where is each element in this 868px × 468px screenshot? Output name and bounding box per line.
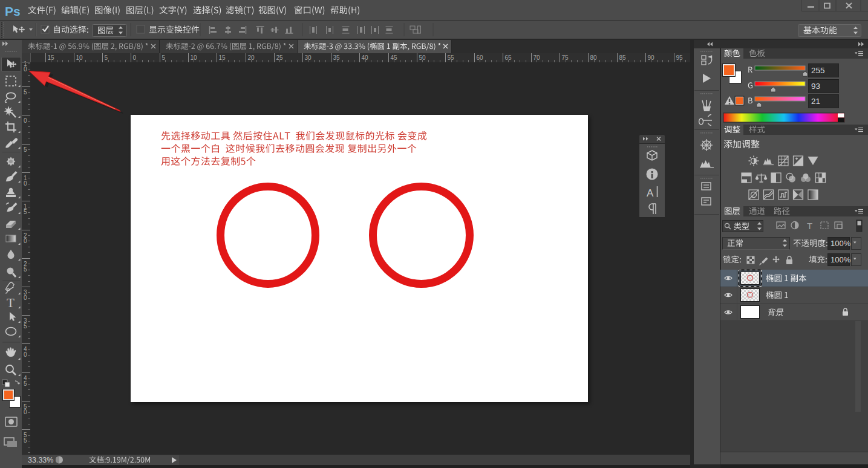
svg-text:5: 5	[24, 266, 27, 273]
svg-text:93: 93	[811, 82, 820, 91]
svg-text:0: 0	[24, 351, 27, 358]
svg-text:0: 0	[24, 117, 27, 124]
svg-text:55: 55	[448, 54, 455, 61]
svg-text:15: 15	[219, 54, 226, 61]
svg-text:Ps: Ps	[5, 4, 21, 18]
svg-text:75: 75	[562, 54, 569, 61]
svg-text:100%: 100%	[830, 255, 851, 264]
svg-text:5: 5	[162, 54, 166, 61]
svg-text:33.33%: 33.33%	[28, 456, 53, 464]
svg-text:35: 35	[333, 54, 341, 61]
svg-text:5: 5	[24, 89, 27, 96]
svg-text:0: 0	[133, 54, 137, 61]
svg-text:T: T	[7, 296, 15, 310]
svg-text:0: 0	[24, 294, 27, 301]
svg-text:0: 0	[24, 409, 27, 415]
svg-text:255: 255	[811, 66, 825, 75]
svg-text:95: 95	[676, 54, 684, 61]
svg-text:21: 21	[811, 97, 820, 106]
svg-text:A: A	[647, 187, 654, 199]
svg-text:0: 0	[24, 238, 27, 244]
svg-text:5: 5	[24, 437, 27, 444]
svg-text:100%: 100%	[830, 239, 851, 248]
svg-text:0: 0	[24, 66, 27, 73]
svg-text:5: 5	[24, 209, 27, 215]
svg-text:80: 80	[590, 54, 598, 61]
svg-text:5: 5	[24, 146, 27, 153]
svg-text:5: 5	[24, 323, 27, 330]
svg-text:0: 0	[24, 180, 27, 187]
svg-text:5: 5	[105, 54, 108, 61]
svg-text:T: T	[807, 221, 812, 231]
svg-text:5: 5	[24, 380, 27, 387]
svg-text:40: 40	[362, 54, 369, 61]
